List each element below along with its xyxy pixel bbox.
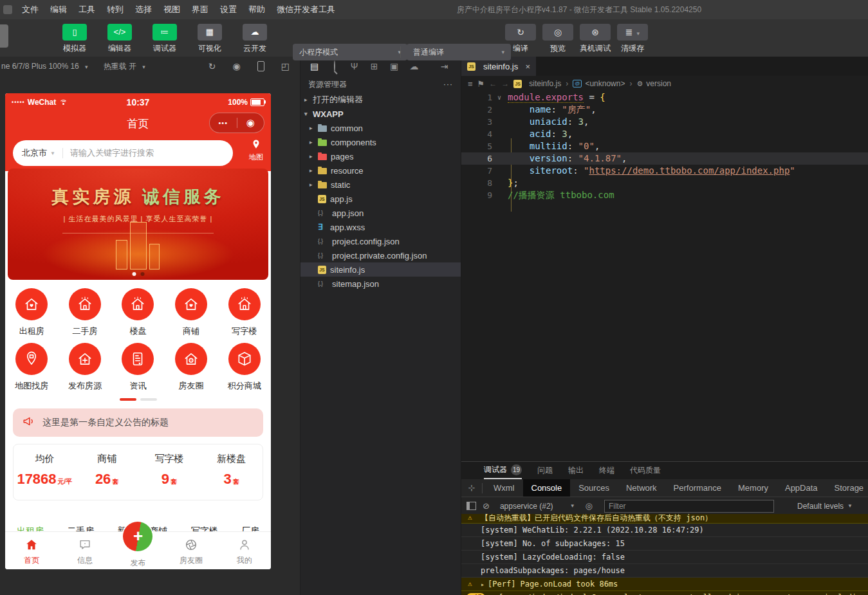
grid-item-offices[interactable]: 写字楼 [217, 288, 271, 337]
record-icon[interactable]: ◉ [233, 61, 241, 71]
menu-item[interactable]: 界面 [186, 4, 214, 15]
fold-icon[interactable]: ∨ [497, 91, 501, 104]
panel-tab-debugger[interactable]: 调试器19 [484, 462, 522, 479]
context-select[interactable]: appservice (#2) ▼ [500, 502, 575, 511]
menu-item[interactable]: 选择 [129, 4, 158, 15]
clear-console-icon[interactable]: ⊘ [483, 501, 490, 511]
devtools-tab-memory[interactable]: Memory [730, 479, 777, 497]
devtools-tab-storage[interactable]: Storage [826, 479, 868, 497]
files-icon[interactable]: ▤ [304, 61, 324, 71]
tree-item-siteinfo-js[interactable]: JSsiteinfo.js [300, 262, 461, 277]
code-editor[interactable]: 1∨module.exports = {2 name: "房产",3 uniac… [461, 91, 868, 201]
console-row[interactable]: ⚠▸[Perf] Page.onLoad took 86ms [461, 578, 868, 591]
tree-item-static[interactable]: ▸static [300, 178, 461, 192]
tree-item-components[interactable]: ▸components [300, 135, 461, 149]
tab-item-home[interactable]: 首页 [5, 532, 59, 569]
source-control-icon[interactable]: Ψ [344, 61, 364, 71]
user-avatar[interactable] [0, 24, 8, 48]
collapse-sidebar-icon[interactable]: ⇥ [434, 61, 454, 71]
tree-item-common[interactable]: ▸common [300, 121, 461, 135]
tree-item-project-config-json[interactable]: {..}project.config.json [300, 234, 461, 248]
tree-item-project-private-config-json[interactable]: {..}project.private.config.json [300, 248, 461, 262]
clear-cache-button[interactable]: ≣▾清缓存 [617, 24, 648, 54]
publish-plus-icon[interactable]: + [123, 522, 152, 551]
menu-item[interactable]: 工具 [73, 4, 101, 15]
back-icon[interactable]: ← [489, 79, 497, 88]
mode-select[interactable]: 小程序模式 ▾ [293, 44, 407, 60]
cloud-dev-button[interactable]: ☁云开发 [237, 24, 273, 54]
visualization-button[interactable]: ▦可视化 [192, 24, 228, 54]
menu-item[interactable]: 视图 [158, 4, 186, 15]
menu-item[interactable]: 文件 [16, 4, 44, 15]
code-line[interactable]: 2 name: "房产", [461, 104, 868, 116]
grid-item-points-mall[interactable]: 积分商城 [217, 343, 271, 392]
console-row[interactable]: [system] No. of subpackages: 15 [461, 537, 868, 551]
tree-item-pages[interactable]: ▸pages [300, 149, 461, 163]
announcement-banner[interactable]: 这里是第一条自定义公告的标题 [13, 408, 263, 437]
grid-item-shops[interactable]: 商铺 [165, 288, 218, 337]
tab-item-friends-circle[interactable]: 房友圈 [165, 532, 218, 569]
console-row[interactable]: [system] WeChatLib: 2.22.1 (2022.10.28 1… [461, 524, 868, 537]
compile-mode-select[interactable]: 普通编译 ▾ [407, 44, 511, 60]
dock-side-icon[interactable] [466, 502, 476, 510]
panel-tab-output[interactable]: 输出 [568, 462, 584, 479]
cloud-icon[interactable]: ☁ [404, 61, 424, 71]
menu-item[interactable]: 设置 [214, 4, 243, 15]
hot-reload-toggle[interactable]: 热重载 开 ▾ [104, 61, 145, 72]
grid-item-buildings[interactable]: 楼盘 [111, 288, 165, 337]
code-line[interactable]: 6 version: "4.1.87", [461, 152, 868, 165]
tree-item-app-wxss[interactable]: ∃app.wxss [300, 220, 461, 234]
log-levels-select[interactable]: Default levels ▼ [797, 502, 853, 511]
code-line[interactable]: 7 siteroot: "https://demo.ttbobo.com/app… [461, 165, 868, 177]
console-row[interactable]: ⚠【自动热重载】已开启代码文件保存后自动热重载（不支持 json） [461, 514, 868, 524]
breadcrumb-module[interactable]: @ <unknown> [573, 79, 625, 88]
window-icon[interactable]: ▣ [384, 61, 404, 71]
close-icon[interactable]: × [525, 62, 530, 71]
devtools-tab-performance[interactable]: Performance [665, 479, 730, 497]
compile-button[interactable]: ↻编译 [505, 24, 536, 54]
search-icon[interactable] [324, 61, 344, 71]
menu-item[interactable]: 转到 [101, 4, 129, 15]
tree-item-wxapp[interactable]: ▾WXAPP [300, 107, 461, 121]
close-target-button[interactable]: ◉ [237, 117, 264, 129]
code-line[interactable]: 8}; [461, 177, 868, 189]
menu-item[interactable]: 帮助 [243, 4, 271, 15]
inspect-element-icon[interactable]: ⊹ [461, 483, 482, 493]
more-menu-button[interactable]: ••• [210, 119, 237, 127]
breadcrumb-file[interactable]: JS siteinfo.js [513, 79, 561, 88]
tab-item-publish[interactable]: +发布 [111, 532, 165, 569]
code-line[interactable]: 1∨module.exports = { [461, 91, 868, 104]
devtools-tab-appdata[interactable]: AppData [777, 479, 826, 497]
devtools-tab-console[interactable]: Console [523, 479, 571, 497]
windows-icon[interactable]: ◰ [281, 61, 290, 71]
device-debug-button[interactable]: ⊛真机调试 [580, 24, 611, 54]
breadcrumb-symbol[interactable]: ⚙ version [636, 79, 671, 88]
grid-item-map-search[interactable]: 地图找房 [5, 343, 59, 392]
debugger-button[interactable]: ≔调试器 [147, 24, 183, 54]
refresh-icon[interactable]: ↻ [208, 61, 216, 71]
banner-carousel[interactable]: 真实房源 诚信服务 | 生活在最美的风景里 | 享受人生至高荣誉 | [8, 169, 268, 280]
console-row[interactable]: [system] LazyCodeLoading: false [461, 551, 868, 564]
city-select[interactable]: 北京市 [22, 147, 47, 159]
extensions-icon[interactable]: ⊞ [364, 61, 384, 71]
grid-item-friends-circle[interactable]: 房友圈 [165, 343, 218, 392]
expand-arrow-icon[interactable]: ▸ [481, 581, 485, 588]
devtools-tab-wxml[interactable]: Wxml [485, 479, 523, 497]
tree-item[interactable]: ▸打开的编辑器 [300, 93, 461, 107]
map-entry-button[interactable]: 地图 [249, 139, 263, 162]
eye-icon[interactable]: ◎ [586, 501, 593, 511]
device-select[interactable]: ne 6/7/8 Plus 100% 16 ▾ [1, 62, 88, 71]
code-line[interactable]: 4 acid: 3, [461, 128, 868, 140]
forward-icon[interactable]: → [501, 79, 509, 88]
tree-item-app-js[interactable]: JSapp.js [300, 192, 461, 206]
phone-frame-icon[interactable] [257, 61, 264, 71]
code-line[interactable]: 3 uniacid: 3, [461, 116, 868, 128]
outline-menu-icon[interactable]: ≡ [468, 79, 473, 89]
devtools-tab-sources[interactable]: Sources [570, 479, 618, 497]
tree-item-resource[interactable]: ▸resource [300, 163, 461, 178]
tab-item-profile[interactable]: 我的 [217, 532, 271, 569]
bookmark-icon[interactable]: ⚑ [477, 79, 485, 89]
tab-item-messages[interactable]: 信息 [59, 532, 112, 569]
editor-button[interactable]: </>编辑器 [102, 24, 138, 54]
menu-item[interactable]: 编辑 [44, 4, 73, 15]
